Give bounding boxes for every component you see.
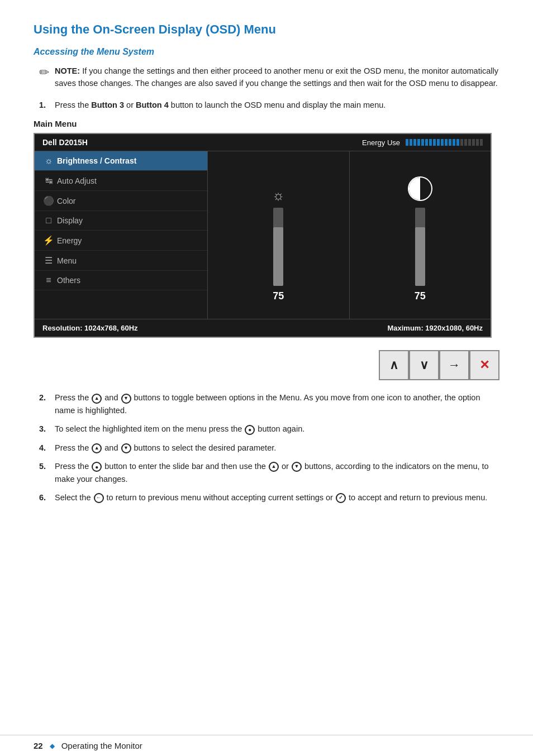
page-number: 22 bbox=[34, 741, 43, 750]
down-button-icon bbox=[292, 462, 302, 472]
energy-seg bbox=[449, 139, 451, 146]
osd-menu-item-menu[interactable]: ☰ Menu bbox=[35, 251, 207, 271]
instr-5-text: Press the button to enter the slide bar … bbox=[55, 460, 499, 485]
right-button-icon bbox=[92, 462, 102, 472]
instr-3-text: To select the highlighted item on the me… bbox=[55, 423, 499, 435]
osd-menu-label-color: Color bbox=[57, 197, 75, 205]
osd-menu-item-autoadjust[interactable]: ↹ Auto Adjust bbox=[35, 171, 207, 191]
autoadjust-icon: ↹ bbox=[40, 175, 57, 186]
osd-footer: Resolution: 1024x768, 60Hz Maximum: 1920… bbox=[35, 319, 491, 337]
osd-contrast-slider-area: 75 bbox=[358, 176, 483, 302]
osd-energy-label: Energy Use bbox=[362, 138, 400, 147]
osd-menu-item-others[interactable]: ≡ Others bbox=[35, 271, 207, 290]
energy-seg bbox=[464, 139, 467, 146]
energy-seg bbox=[468, 139, 471, 146]
osd-header-title: Dell D2015H bbox=[42, 138, 88, 147]
osd-menu-item-display[interactable]: □ Display bbox=[35, 211, 207, 231]
osd-body: ☼ Brightness / Contrast ↹ Auto Adjust ⚫ … bbox=[35, 151, 491, 319]
page-footer: 22 ◆ Operating the Monitor bbox=[0, 735, 533, 756]
brightness-slider-track bbox=[273, 208, 283, 286]
right-button-icon bbox=[245, 425, 255, 435]
instr-4-num: 4. bbox=[39, 442, 55, 454]
note-text: NOTE: If you change the settings and the… bbox=[55, 65, 499, 90]
note-content: If you change the settings and then eith… bbox=[55, 66, 498, 88]
color-icon: ⚫ bbox=[40, 195, 57, 206]
osd-menu-label-energy: Energy bbox=[57, 236, 82, 245]
energy-seg bbox=[429, 139, 432, 146]
energy-seg bbox=[456, 139, 459, 146]
check-button-icon bbox=[336, 493, 346, 503]
energy-seg bbox=[417, 139, 420, 146]
note-box: ✏ NOTE: If you change the settings and t… bbox=[39, 65, 499, 90]
brightness-value: 75 bbox=[273, 290, 284, 302]
contrast-slider-track bbox=[415, 208, 425, 286]
footer-label: Operating the Monitor bbox=[61, 741, 142, 750]
section-title: Accessing the Menu System bbox=[34, 47, 499, 57]
note-icon: ✏ bbox=[39, 65, 49, 80]
step-1-text: Press the Button 3 or Button 4 button to… bbox=[55, 99, 386, 111]
osd-footer-right: Maximum: 1920x1080, 60Hz bbox=[387, 324, 483, 332]
osd-menu-item-brightness[interactable]: ☼ Brightness / Contrast bbox=[35, 151, 207, 171]
others-icon: ≡ bbox=[40, 275, 57, 285]
menu-icon: ☰ bbox=[40, 255, 57, 266]
instruction-4: 4. Press the and buttons to select the d… bbox=[39, 442, 499, 454]
energy-seg bbox=[410, 139, 412, 146]
up-button-icon bbox=[92, 443, 102, 453]
brightness-icon: ☼ bbox=[40, 156, 57, 166]
instruction-5: 5. Press the button to enter the slide b… bbox=[39, 460, 499, 485]
instr-2-num: 2. bbox=[39, 391, 55, 404]
contrast-icon bbox=[408, 176, 432, 201]
nav-right-button[interactable]: → bbox=[439, 350, 469, 380]
step-1: 1. Press the Button 3 or Button 4 button… bbox=[39, 99, 499, 111]
energy-seg bbox=[421, 139, 424, 146]
instr-5-num: 5. bbox=[39, 460, 55, 472]
energy-seg bbox=[480, 139, 483, 146]
osd-menu-label-others: Others bbox=[57, 276, 80, 285]
osd-menu-label-brightness: Brightness / Contrast bbox=[57, 156, 136, 165]
instr-2-text: Press the and buttons to toggle between … bbox=[55, 391, 499, 417]
energy-seg bbox=[460, 139, 463, 146]
osd-menu-label-display: Display bbox=[57, 216, 83, 225]
osd-menu-label-menu: Menu bbox=[57, 256, 77, 265]
energy-seg bbox=[437, 139, 440, 146]
osd-menu-col: ☼ Brightness / Contrast ↹ Auto Adjust ⚫ … bbox=[35, 151, 208, 319]
osd-contrast-col: 75 bbox=[350, 151, 491, 319]
nav-down-button[interactable]: ∨ bbox=[409, 350, 439, 380]
contrast-value: 75 bbox=[415, 290, 426, 302]
energy-seg bbox=[472, 139, 475, 146]
instr-4-text: Press the and buttons to select the desi… bbox=[55, 442, 499, 454]
energy-seg bbox=[476, 139, 479, 146]
brightness-slider-fill bbox=[273, 227, 283, 286]
osd-energy-bar bbox=[406, 139, 483, 146]
instr-6-num: 6. bbox=[39, 491, 55, 504]
instructions-list: 2. Press the and buttons to toggle betwe… bbox=[39, 391, 499, 504]
osd-footer-left: Resolution: 1024x768, 60Hz bbox=[42, 324, 138, 332]
energy-seg bbox=[425, 139, 428, 146]
osd-header: Dell D2015H Energy Use bbox=[35, 134, 491, 151]
instruction-2: 2. Press the and buttons to toggle betwe… bbox=[39, 391, 499, 417]
energy-icon: ⚡ bbox=[40, 235, 57, 246]
osd-menu: Dell D2015H Energy Use bbox=[34, 133, 492, 338]
osd-menu-label-autoadjust: Auto Adjust bbox=[57, 176, 97, 185]
osd-brightness-col: ☼ 75 bbox=[208, 151, 350, 319]
down-button-icon bbox=[121, 443, 131, 453]
nav-up-button[interactable]: ∧ bbox=[379, 350, 409, 380]
nav-close-button[interactable]: ✕ bbox=[469, 350, 499, 380]
osd-menu-item-energy[interactable]: ⚡ Energy bbox=[35, 231, 207, 251]
osd-header-right: Energy Use bbox=[362, 138, 483, 147]
up-button-icon bbox=[269, 462, 279, 472]
step-1-num: 1. bbox=[39, 99, 55, 111]
down-button-icon bbox=[121, 394, 131, 404]
note-label: NOTE: bbox=[55, 66, 80, 75]
contrast-slider-fill bbox=[415, 227, 425, 286]
instr-6-text: Select the to return to previous menu wi… bbox=[55, 491, 499, 504]
energy-seg bbox=[453, 139, 455, 146]
energy-seg bbox=[441, 139, 444, 146]
nav-buttons-group: ∧ ∨ → ✕ bbox=[34, 350, 499, 380]
energy-seg bbox=[433, 139, 436, 146]
back-button-icon bbox=[94, 493, 104, 503]
instruction-3: 3. To select the highlighted item on the… bbox=[39, 423, 499, 435]
osd-brightness-slider-area: ☼ 75 bbox=[216, 188, 341, 302]
osd-menu-item-color[interactable]: ⚫ Color bbox=[35, 191, 207, 211]
diamond-icon: ◆ bbox=[50, 742, 55, 750]
